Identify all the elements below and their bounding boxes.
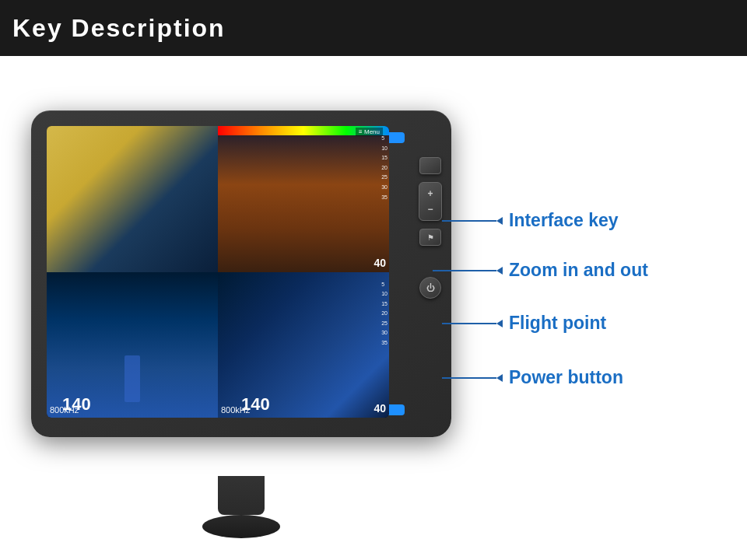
device-screen: ≡ Menu 5101520253035 40 800kHz 140 51015… — [47, 126, 389, 418]
ann-line-zoom — [433, 270, 496, 271]
screen-menu-label: ≡ Menu — [356, 128, 383, 136]
ann-arrow-zoom — [496, 267, 503, 275]
zoom-plus-icon: + — [427, 188, 433, 199]
flag-button[interactable] — [419, 229, 441, 246]
annotation-interface-key: Interface key — [442, 210, 619, 231]
ann-arrow-interface — [496, 217, 503, 225]
depth-numbers-right: 5101520253035 — [381, 134, 388, 202]
stand-neck — [218, 476, 265, 515]
ann-label-power-button: Power button — [509, 367, 623, 388]
depth-140-left: 140 — [62, 394, 91, 415]
zoom-button[interactable]: + − — [419, 182, 442, 221]
ann-line-interface — [442, 220, 496, 222]
device-container: ≡ Menu 5101520253035 40 800kHz 140 51015… — [23, 87, 459, 538]
depth-value-top: 40 — [374, 257, 386, 269]
ann-line-flight — [442, 323, 496, 324]
screen-chart — [47, 126, 218, 272]
annotation-flight-point: Flight point — [442, 313, 606, 334]
header-bar: Key Description — [0, 0, 747, 56]
stand-base — [202, 515, 280, 538]
device-body: ≡ Menu 5101520253035 40 800kHz 140 51015… — [31, 110, 451, 437]
depth-40: 40 — [374, 402, 386, 415]
ann-label-interface-key: Interface key — [509, 210, 619, 231]
annotation-power: Power button — [442, 367, 623, 388]
device-stand — [202, 476, 280, 538]
ann-label-zoom: Zoom in and out — [509, 260, 648, 281]
annotation-zoom: Zoom in and out — [433, 260, 648, 281]
interface-key-button[interactable] — [419, 157, 441, 174]
zoom-minus-icon: − — [427, 204, 433, 215]
depth-140-right: 140 — [241, 394, 270, 415]
ann-line-power — [442, 377, 496, 379]
screen-side-imaging: 5101520253035 800kHz 140 40 — [218, 272, 389, 418]
page-title: Key Description — [12, 14, 226, 43]
screen-down-imaging: 800kHz 140 — [47, 272, 218, 418]
ann-label-flight-point: Flight point — [509, 313, 606, 334]
depth-numbers-bottom: 5101520253035 — [381, 280, 388, 348]
ann-arrow-flight — [496, 320, 503, 327]
main-content: ≡ Menu 5101520253035 40 800kHz 140 51015… — [0, 56, 747, 560]
ann-arrow-power — [496, 374, 503, 382]
screen-sonar: ≡ Menu 5101520253035 40 — [218, 126, 389, 272]
